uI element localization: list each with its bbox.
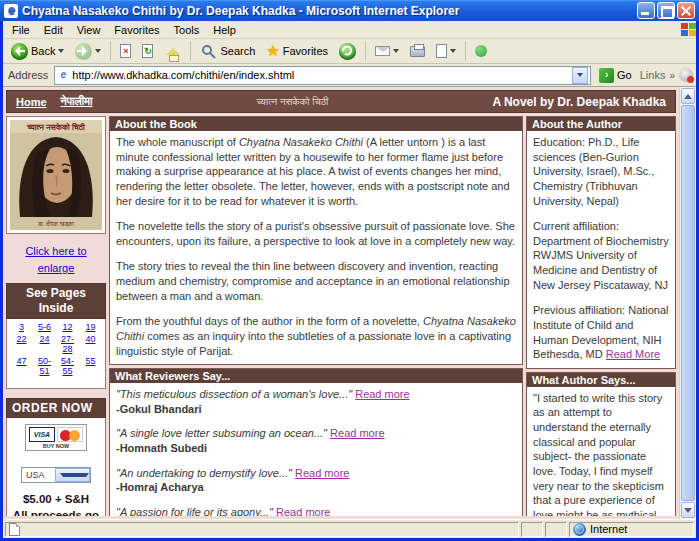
author-quote: "I started to write this story as an att… xyxy=(533,392,664,516)
menu-tools[interactable]: Tools xyxy=(167,23,207,37)
menu-favorites[interactable]: Favorites xyxy=(107,23,166,37)
review-author: -Homraj Acharya xyxy=(116,480,516,495)
menu-edit[interactable]: Edit xyxy=(37,23,70,37)
vertical-scrollbar[interactable] xyxy=(679,87,696,519)
back-dropdown-icon[interactable] xyxy=(58,49,64,53)
go-icon: › xyxy=(599,68,614,83)
home-icon xyxy=(164,43,181,60)
page-link[interactable]: 55 xyxy=(79,356,102,376)
address-dropdown-button[interactable] xyxy=(572,67,588,84)
scroll-down-icon xyxy=(684,508,692,513)
menu-view[interactable]: View xyxy=(70,23,108,37)
visa-card-icon: VISA xyxy=(29,427,55,442)
page-link[interactable]: 22 xyxy=(10,334,33,354)
links-label[interactable]: Links xyxy=(640,69,666,81)
toolbar-separator xyxy=(110,41,111,61)
home-link[interactable]: Home xyxy=(16,96,47,108)
back-label: Back xyxy=(31,45,55,57)
search-button[interactable]: Search xyxy=(196,41,259,62)
content-columns: च्यात्न नसकेको चिठी xyxy=(6,116,676,516)
page-link[interactable]: 19 xyxy=(79,322,102,332)
mail-icon xyxy=(375,46,390,56)
about-book-paragraph: From the youthful days of the author in … xyxy=(116,314,516,358)
page-link[interactable]: 5-6 xyxy=(33,322,56,332)
review-read-more-link[interactable]: Read more xyxy=(276,506,330,516)
review-quote: "An undertaking to demystify love..." xyxy=(116,467,292,479)
messenger-button[interactable] xyxy=(471,43,491,59)
scroll-up-button[interactable] xyxy=(681,88,695,104)
back-icon xyxy=(11,43,28,60)
menu-help[interactable]: Help xyxy=(206,23,243,37)
address-input[interactable]: e http://www.dkhadka.com/chithi/en/index… xyxy=(54,66,591,85)
minimize-button[interactable] xyxy=(637,2,655,19)
enlarge-link[interactable]: Click here to enlarge xyxy=(25,245,86,274)
buy-now-label: BUY NOW xyxy=(27,443,85,449)
links-chevron-icon[interactable]: » xyxy=(669,70,675,81)
status-zone-panel: Internet xyxy=(569,522,694,537)
edit-button[interactable] xyxy=(432,42,460,60)
review-read-more-link[interactable]: Read more xyxy=(295,467,349,479)
print-button[interactable] xyxy=(406,44,429,59)
page-link[interactable]: 40 xyxy=(79,334,102,354)
banner-nepali-title: च्यात्न नसकेको चिठी xyxy=(106,96,478,108)
scrollbar-thumb[interactable] xyxy=(681,105,695,501)
author-current-affiliation: Current affiliation: Department of Bioch… xyxy=(533,219,669,292)
page-link[interactable]: 27-28 xyxy=(56,334,79,354)
back-button[interactable]: Back xyxy=(7,41,68,62)
buy-now-button[interactable]: VISA BUY NOW xyxy=(25,424,87,451)
refresh-button[interactable]: ↻ xyxy=(138,42,157,60)
country-selected-value: USA xyxy=(22,470,55,480)
maximize-button[interactable] xyxy=(657,2,675,19)
toolbar-separator xyxy=(190,41,191,61)
scroll-down-button[interactable] xyxy=(681,502,695,518)
document-icon xyxy=(9,523,20,536)
nepali-version-link[interactable]: नेपालीमा xyxy=(61,95,93,108)
right-sidebar: About the Author Education: Ph.D., Life … xyxy=(526,116,676,516)
mail-dropdown-icon[interactable] xyxy=(393,49,399,53)
close-button[interactable] xyxy=(677,2,695,19)
status-bar: Internet xyxy=(3,519,696,538)
address-url[interactable]: http://www.dkhadka.com/chithi/en/index.s… xyxy=(72,69,569,81)
forward-dropdown-icon[interactable] xyxy=(95,49,101,53)
favorites-button[interactable]: ★ Favorites xyxy=(262,40,332,62)
review-read-more-link[interactable]: Read more xyxy=(355,388,409,400)
history-button[interactable] xyxy=(335,41,360,62)
edit-icon xyxy=(436,44,447,58)
about-author-body: Education: Ph.D., Life sciences (Ben-Gur… xyxy=(527,131,675,368)
page-link[interactable]: 3 xyxy=(10,322,33,332)
print-icon xyxy=(410,46,425,57)
stop-button[interactable]: × xyxy=(116,42,135,60)
page-link[interactable]: 47 xyxy=(10,356,33,376)
page-link[interactable]: 54-55 xyxy=(56,356,79,376)
menu-file[interactable]: File xyxy=(5,23,37,37)
browser-viewport: Home नेपालीमा च्यात्न नसकेको चिठी A Nove… xyxy=(3,87,696,519)
author-read-more-link[interactable]: Read More xyxy=(606,348,660,360)
book-cover-image[interactable]: च्यात्न नसकेको चिठी xyxy=(10,120,102,230)
country-dropdown-icon[interactable] xyxy=(55,468,90,482)
page-link[interactable]: 50-51 xyxy=(33,356,56,376)
country-select[interactable]: USA xyxy=(21,467,91,483)
window-title: Chyatna Nasakeko Chithi by Dr. Deepak Kh… xyxy=(22,4,635,18)
review-read-more-link[interactable]: Read more xyxy=(330,427,384,439)
review-quote: "A passion for life or its agony..." xyxy=(116,506,273,516)
scroll-up-icon xyxy=(684,94,692,99)
history-icon xyxy=(339,43,356,60)
forward-button[interactable] xyxy=(71,41,105,62)
review-author: -Gokul Bhandari xyxy=(116,402,516,417)
status-panel xyxy=(521,522,543,537)
review-quote: "This meticulous dissection of a woman's… xyxy=(116,388,352,400)
review-item: "This meticulous dissection of a woman's… xyxy=(116,387,516,416)
review-item: "A passion for life or its agony..." Rea… xyxy=(116,505,516,516)
addon-icon[interactable] xyxy=(679,68,693,82)
cover-author-text: डा. दीपक खड्का xyxy=(10,221,102,228)
cover-portrait-art xyxy=(10,133,102,217)
edit-dropdown-icon[interactable] xyxy=(450,49,456,53)
reviewers-header: What Reviewers Say... xyxy=(110,369,522,383)
web-page: Home नेपालीमा च्यात्न नसकेको चिठी A Nove… xyxy=(3,87,679,519)
page-link[interactable]: 24 xyxy=(33,334,56,354)
home-button[interactable] xyxy=(160,41,185,62)
go-button[interactable]: › Go xyxy=(595,66,636,85)
page-link[interactable]: 12 xyxy=(56,322,79,332)
mail-button[interactable] xyxy=(371,44,403,58)
page-links-grid: 3 5-6 12 19 22 24 27-28 40 47 50-51 54-5… xyxy=(6,319,106,389)
